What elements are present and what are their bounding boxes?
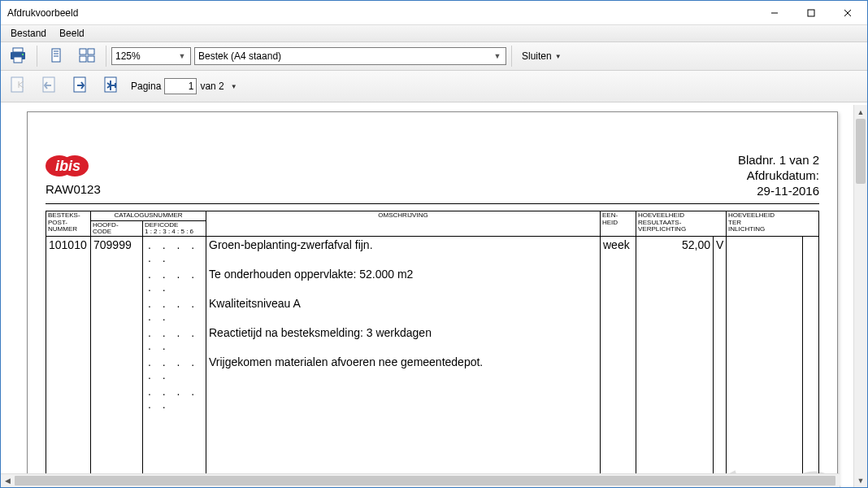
maximize-button[interactable] (792, 1, 829, 24)
table-cell: 52,00 (636, 237, 714, 267)
table-cell (143, 412, 206, 429)
vertical-scrollbar[interactable]: ▲ ▼ (853, 105, 867, 487)
table-cell (91, 445, 143, 461)
table-cell: Reactietijd na besteksmelding: 3 werkdag… (206, 325, 601, 354)
table-cell (601, 429, 636, 445)
table-cell (206, 412, 601, 429)
svg-rect-14 (80, 56, 86, 62)
minimize-button[interactable] (756, 1, 792, 24)
th-hoev2: HOEVEELHEID TER INLICHTING (727, 211, 819, 237)
view-multi-page-button[interactable] (73, 45, 101, 68)
table-cell (803, 237, 819, 267)
scroll-down-icon[interactable]: ▼ (854, 473, 867, 487)
printdate-value: 29-11-2016 (738, 184, 819, 199)
separator (106, 46, 106, 67)
table-cell (803, 295, 819, 325)
table-cell (727, 295, 803, 325)
menubar: Bestand Beeld (1, 25, 867, 42)
zoom-select[interactable]: 125% ▼ (111, 47, 191, 65)
preview-viewport[interactable]: rsie ibis RAW0123 Bladnr. 1 van 2 Afdruk… (1, 105, 853, 487)
table-cell (91, 354, 143, 383)
close-window-button[interactable] (829, 1, 866, 24)
next-page-button[interactable] (66, 75, 93, 98)
layout-select[interactable]: Bestek (A4 staand) ▼ (194, 47, 506, 65)
table-cell (601, 325, 636, 354)
close-preview-button[interactable]: Sluiten ▼ (517, 49, 566, 63)
printer-icon (8, 46, 28, 67)
titlebar: Afdrukvoorbeeld (1, 1, 867, 25)
table-cell (727, 237, 803, 267)
scroll-left-icon[interactable]: ◀ (1, 474, 15, 487)
table-cell (601, 412, 636, 429)
table-cell (636, 354, 714, 383)
table-cell (601, 266, 636, 295)
table-cell (46, 325, 91, 354)
table-cell (601, 354, 636, 383)
last-page-icon (100, 75, 121, 98)
table-cell (91, 383, 143, 412)
th-omschrijving: OMSCHRIJVING (206, 211, 601, 237)
table-cell (91, 429, 143, 445)
document-header-right: Bladnr. 1 van 2 Afdrukdatum: 29-11-2016 (738, 153, 819, 198)
table-cell (803, 429, 819, 445)
separator (37, 46, 37, 67)
view-single-page-button[interactable] (42, 45, 70, 68)
th-hoev1: HOEVEELHEID RESULTAATS- VERPLICHTING (636, 211, 727, 237)
hscroll-thumb[interactable] (15, 476, 835, 486)
table-cell: Kwaliteitsniveau A (206, 295, 601, 325)
table-cell (601, 445, 636, 461)
prev-page-button[interactable] (35, 75, 63, 98)
th-eenheid: EEN- HEID (601, 211, 636, 237)
next-page-icon (69, 75, 90, 98)
document-code: RAW0123 (46, 182, 101, 196)
ibis-logo-icon: ibis (46, 153, 93, 179)
table-row: 101010709999. . . . . .Groen-beplanting-… (46, 237, 819, 267)
prev-page-icon (38, 75, 59, 98)
svg-rect-6 (14, 57, 22, 63)
table-cell: . . . . . . (143, 295, 206, 325)
table-cell (91, 325, 143, 354)
table-cell: week (601, 237, 636, 267)
table-cell (46, 412, 91, 429)
table-cell (601, 295, 636, 325)
svg-point-7 (22, 54, 24, 55)
data-table: BESTEKS- POST- NUMMER CATALOGUSNUMMER OM… (46, 211, 819, 487)
print-button[interactable] (4, 45, 32, 68)
table-cell (206, 429, 601, 445)
vscroll-thumb[interactable] (856, 119, 866, 184)
toolbar-pagenav: Pagina van 2 ▼ (1, 71, 867, 102)
table-cell (727, 325, 803, 354)
page-input[interactable] (164, 78, 197, 94)
first-page-button[interactable] (4, 75, 32, 98)
table-cell (727, 383, 803, 412)
table-row: . . . . . .Te onderhouden oppervlakte: 5… (46, 266, 819, 295)
table-cell (143, 429, 206, 445)
last-page-button[interactable] (97, 75, 124, 98)
table-row (46, 445, 819, 461)
horizontal-scrollbar[interactable]: ◀ ▶ (1, 473, 840, 487)
single-page-icon (46, 46, 66, 67)
table-cell (601, 383, 636, 412)
table-cell (143, 445, 206, 461)
vscroll-track[interactable] (854, 119, 867, 473)
menu-beeld[interactable]: Beeld (53, 26, 91, 41)
table-row (46, 429, 819, 445)
th-catalogus: CATALOGUSNUMMER (91, 211, 206, 220)
hscroll-track[interactable] (15, 474, 826, 487)
th-bestek: BESTEKS- POST- NUMMER (46, 211, 91, 237)
page-label: Pagina (131, 81, 161, 92)
table-cell: . . . . . . (143, 266, 206, 295)
menu-bestand[interactable]: Bestand (4, 26, 53, 41)
logo-block: ibis RAW0123 (46, 153, 101, 196)
chevron-down-icon: ▼ (491, 52, 504, 60)
svg-rect-13 (88, 49, 94, 54)
table-cell (714, 325, 727, 354)
scroll-up-icon[interactable]: ▲ (854, 105, 867, 119)
svg-text:ibis: ibis (55, 158, 80, 174)
table-cell (803, 412, 819, 429)
table-cell (727, 445, 803, 461)
table-cell (636, 383, 714, 412)
table-cell (803, 325, 819, 354)
table-cell: 101010 (46, 237, 91, 267)
table-cell (46, 354, 91, 383)
